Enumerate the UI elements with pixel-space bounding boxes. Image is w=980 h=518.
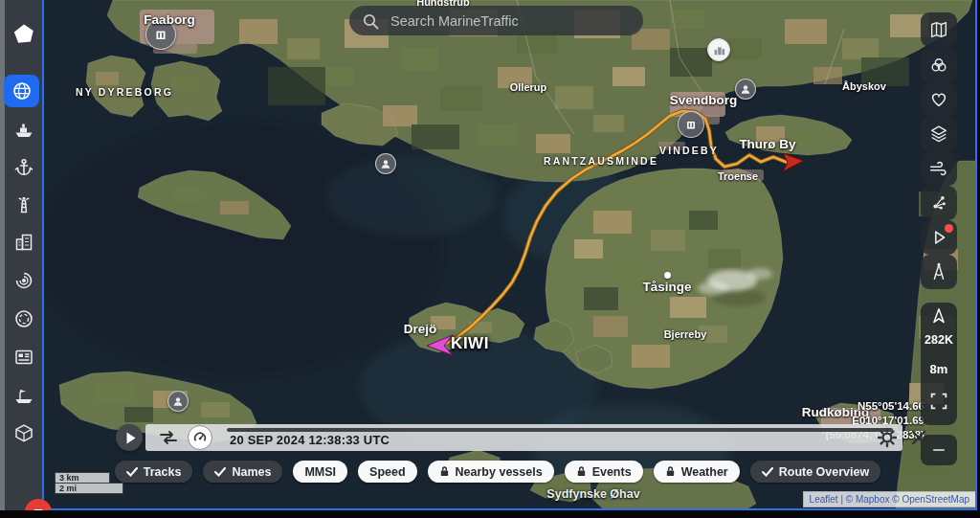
map-label: RANTZAUSMINDE <box>544 155 658 167</box>
sidebar-item-explore-active[interactable] <box>4 75 39 107</box>
toggle-label: Events <box>592 465 632 479</box>
svendborg-port-marker[interactable] <box>678 111 704 138</box>
port-building-icon <box>153 27 168 42</box>
map-icon <box>928 19 949 40</box>
north-arrow-button[interactable] <box>928 306 949 327</box>
layer-toggle-row: Tracks Names MMSI Speed Nearby vessels E… <box>134 461 861 483</box>
map-label: Bjerreby <box>664 328 707 340</box>
sidebar-item-lights[interactable] <box>5 189 42 221</box>
search-bar[interactable] <box>349 6 643 35</box>
shutter-icon <box>12 307 35 330</box>
fullscreen-button[interactable] <box>928 391 949 412</box>
play-icon <box>118 426 141 449</box>
favorites-button[interactable] <box>921 82 957 117</box>
notification-dot <box>945 224 953 233</box>
person-icon <box>171 394 185 408</box>
vessel-name-label[interactable]: KIWI <box>451 334 489 353</box>
sidebar-item-ports[interactable] <box>5 151 42 184</box>
marinetraffic-app: Hundstrup Faaborg NY DYREBORG Ollerup Sv… <box>0 0 980 518</box>
toggle-label: MMSI <box>304 465 336 479</box>
swap-arrows-icon <box>157 426 180 449</box>
playback-direction-button[interactable] <box>157 426 180 449</box>
north-arrow-icon <box>928 306 949 327</box>
toggle-speed[interactable]: Speed <box>358 461 417 483</box>
sidebar-item-logo[interactable] <box>5 18 42 51</box>
check-icon <box>126 467 138 477</box>
measure-compass-icon <box>928 261 949 282</box>
close-playback-button[interactable] <box>908 427 929 448</box>
map-label: Svendborg <box>670 93 738 107</box>
sidebar-item-companies[interactable] <box>5 226 42 259</box>
search-input[interactable] <box>389 12 632 30</box>
map-nav-cluster: 282K 8m <box>921 303 957 425</box>
map-label: Faaborg <box>144 12 194 27</box>
toggle-events[interactable]: Events <box>565 461 643 483</box>
city-icon <box>712 43 725 56</box>
city-cluster-marker[interactable] <box>707 38 730 61</box>
toggle-tracks[interactable]: Tracks <box>115 461 193 483</box>
coordinate-dms-lat: N55°05'14.66 <box>825 399 924 414</box>
photo-avatar-marker[interactable] <box>375 153 396 174</box>
map-label: Ollerup <box>510 81 547 93</box>
map-attribution[interactable]: Leaflet | © Mapbox © OpenStreetMap <box>803 491 976 507</box>
map-label: Thurø By <box>739 137 795 151</box>
toggle-mmsi[interactable]: MMSI <box>293 461 347 483</box>
port-building-icon <box>684 118 698 131</box>
sidebar-item-vessels[interactable] <box>5 114 42 146</box>
timeline-progress-track[interactable] <box>227 428 893 432</box>
toggle-label: Route Overview <box>779 465 869 479</box>
lock-icon <box>576 465 587 478</box>
gear-icon <box>877 427 898 448</box>
measure-button[interactable] <box>921 255 957 289</box>
globe-icon <box>11 79 33 102</box>
playback-settings-button[interactable] <box>877 427 898 448</box>
fullscreen-icon <box>928 391 949 412</box>
toggle-weather[interactable]: Weather <box>654 461 740 483</box>
photo-avatar-marker[interactable] <box>735 79 756 100</box>
sidebar-item-tools[interactable] <box>5 417 42 450</box>
layers-button[interactable] <box>921 117 957 151</box>
toggle-label: Nearby vessels <box>456 465 543 479</box>
scale-mi: 2 mi <box>55 483 123 494</box>
scale-km: 3 km <box>55 472 110 483</box>
weather-wind-button[interactable] <box>921 151 957 186</box>
lighthouse-icon <box>12 193 35 216</box>
photo-avatar-marker[interactable] <box>167 391 189 412</box>
vessel-count-badge: 282K <box>921 333 957 347</box>
map-label: Åbyskov <box>842 80 886 92</box>
toggle-nearby-vessels[interactable]: Nearby vessels <box>428 461 554 483</box>
toggle-label: Speed <box>369 465 406 479</box>
toggle-route-overview[interactable]: Route Overview <box>750 461 880 483</box>
play-button[interactable] <box>116 424 143 451</box>
network-nodes-icon <box>928 192 949 214</box>
playback-speed-button[interactable] <box>188 425 212 450</box>
toggle-names[interactable]: Names <box>203 461 282 483</box>
map-style-button[interactable] <box>921 12 957 47</box>
marinetraffic-logo-icon <box>11 22 36 47</box>
close-icon <box>908 427 929 448</box>
sidebar-item-photos[interactable] <box>5 303 42 335</box>
connections-button[interactable] <box>921 186 957 220</box>
layers-icon <box>928 124 949 145</box>
buildings-icon <box>12 231 35 254</box>
sidebar-item-news[interactable] <box>5 341 42 373</box>
filters-button[interactable] <box>921 48 957 82</box>
wind-icon <box>928 158 949 179</box>
person-icon <box>739 82 752 96</box>
map-label: NY DYREBORG <box>76 86 173 98</box>
search-icon <box>361 11 380 31</box>
anchor-icon <box>12 156 35 179</box>
sidebar-item-fleets[interactable] <box>5 380 42 413</box>
sidebar-item-stations[interactable] <box>5 264 42 297</box>
toggle-label: Names <box>232 465 271 479</box>
playback-button[interactable] <box>921 220 957 255</box>
speedometer-icon <box>191 429 209 446</box>
depth-unit-button[interactable]: 8m <box>921 362 957 376</box>
ship-icon <box>12 119 35 142</box>
toggle-label: Weather <box>681 465 728 479</box>
map-scale: 3 km 2 mi <box>55 472 123 494</box>
lock-icon <box>665 465 676 478</box>
filters-icon <box>928 55 949 76</box>
playback-timestamp: 20 SEP 2024 12:38:33 UTC <box>230 433 390 447</box>
timeline-bar: 20 SEP 2024 12:38:33 UTC <box>145 424 902 451</box>
